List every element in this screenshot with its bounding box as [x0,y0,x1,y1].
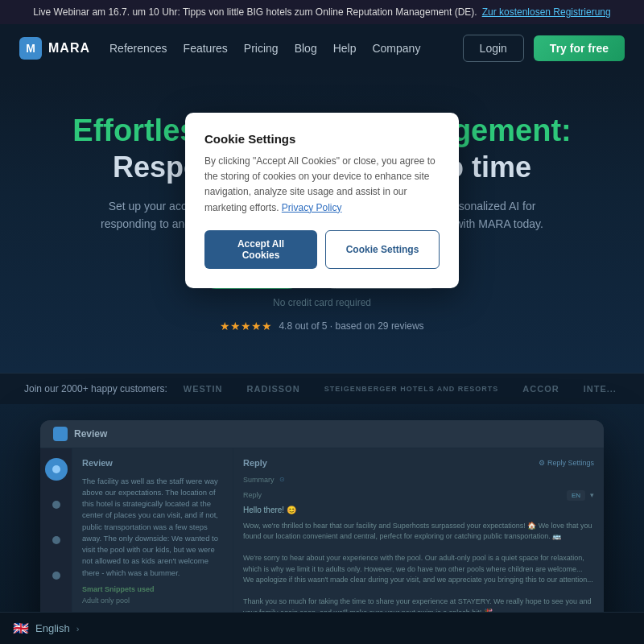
language-chevron-icon: › [76,624,80,634]
nav-links: References Features Pricing Blog Help Co… [109,42,444,55]
mockup-header-title: Review [74,428,107,440]
sidebar-dot-1[interactable] [45,458,68,481]
logo: M MARA [19,37,90,60]
app-mockup: Review Review The facility as well as th… [40,420,604,644]
navbar: M MARA References Features Pricing Blog … [0,24,644,72]
logo-icon: M [19,37,42,60]
reply-label: Reply [243,491,262,499]
hello-text: Hello there! 😊 [243,506,594,514]
cookie-modal-title: Cookie Settings [204,132,440,146]
customer-steigenberger: STEIGENBERGER HOTELS AND RESORTS [324,385,499,393]
nav-help[interactable]: Help [333,42,357,55]
banner-link[interactable]: Zur kostenlosen Registrierung [482,6,611,18]
chevron-down-icon: ▾ [590,491,594,499]
rating-row: ★★★★★ 4.8 out of 5 · based on 29 reviews [32,320,612,332]
reply-panel-header: Reply ⚙ Reply Settings [243,458,594,468]
rating-score: 4.8 out of 5 · based on 29 reviews [279,320,423,332]
reply-settings-button[interactable]: ⚙ Reply Settings [539,459,594,467]
customer-accor: ACCOR [522,384,559,394]
nav-blog[interactable]: Blog [295,42,317,55]
cookie-btn-row: Accept All Cookies Cookie Settings [204,230,440,269]
nav-actions: Login Try for free [463,35,625,62]
no-credit-text: No credit card required [32,297,612,308]
reply-panel-title: Reply [243,458,267,468]
language-label: English [35,622,70,634]
reply-body-text: Wow, we're thrilled to hear that our fac… [243,521,594,619]
cookie-settings-button[interactable]: Cookie Settings [325,230,440,269]
review-text: The facility as well as the staff were w… [82,476,223,579]
review-panel-title: Review [82,458,223,468]
login-button[interactable]: Login [463,35,524,62]
nav-company[interactable]: Company [372,42,420,55]
nav-pricing[interactable]: Pricing [244,42,279,55]
stars-icon: ★★★★★ [220,320,272,332]
logo-text: MARA [48,41,90,56]
cookie-modal-text: By clicking "Accept All Cookies" or clos… [204,154,440,216]
customer-radisson: Radisson [247,384,300,394]
mockup-header: Review [40,420,604,448]
flag-icon: 🇬🇧 [13,621,29,636]
sidebar-dot-4[interactable] [45,564,68,587]
lang-badge: EN [567,490,585,501]
sidebar-dot-3[interactable] [45,529,68,551]
banner-text: Live Webinar am 16.7. um 10 Uhr: Tipps v… [33,6,477,18]
customer-logos: WESTIN Radisson STEIGENBERGER HOTELS AND… [184,384,620,394]
try-free-button[interactable]: Try for free [534,35,625,61]
footer: 🇬🇧 English › [0,612,644,644]
nav-references[interactable]: References [109,42,167,55]
customers-label: Join our 2000+ happy customers: [24,383,167,394]
customer-westin: WESTIN [184,384,223,394]
mockup-logo-icon [53,427,68,441]
sidebar-dot-2[interactable] [45,493,68,516]
summary-toggle-icon: ⊙ [279,476,285,483]
privacy-link[interactable]: Privacy Policy [282,202,342,213]
top-banner: Live Webinar am 16.7. um 10 Uhr: Tipps v… [0,0,644,24]
summary-row: Summary ⊙ [243,476,594,484]
reply-row: Reply EN ▾ [243,490,594,501]
cookie-modal: Cookie Settings By clicking "Accept All … [185,113,459,288]
summary-label: Summary [243,476,275,484]
customers-bar: Join our 2000+ happy customers: WESTIN R… [0,373,644,404]
nav-features[interactable]: Features [184,42,228,55]
demo-area: Review Review The facility as well as th… [0,404,644,644]
accept-cookies-button[interactable]: Accept All Cookies [204,230,317,269]
snippets-value: Adult only pool [82,597,223,605]
snippets-label: Smart Snippets used [82,585,223,593]
customer-other: Inte... [584,384,617,394]
